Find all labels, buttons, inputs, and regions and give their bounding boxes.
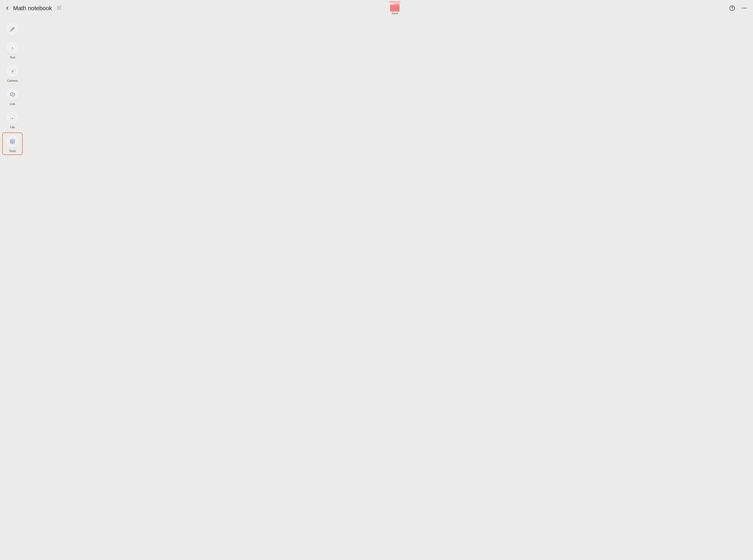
tool-link[interactable]: Link: [2, 86, 23, 107]
svg-text:T: T: [12, 46, 14, 49]
camera-tool-label: Camera: [7, 79, 18, 82]
header: Math notebook Save: [0, 0, 753, 16]
text-icon: T: [9, 44, 16, 52]
link-icon: [9, 91, 16, 98]
save-folder-icon: [390, 3, 400, 12]
svg-line-12: [12, 94, 13, 95]
svg-point-22: [13, 142, 14, 142]
header-center: Save: [389, 1, 401, 15]
tools-tool-label: Tools: [9, 149, 16, 153]
tool-file[interactable]: File: [2, 109, 23, 131]
header-left: Math notebook: [4, 5, 62, 12]
camera-icon-circle: [6, 64, 19, 78]
link-tool-label: Link: [10, 102, 15, 106]
save-button[interactable]: Save: [389, 1, 401, 15]
tools-icon: [9, 138, 16, 145]
tools-icon-circle: [6, 135, 19, 148]
save-progress-bar: [389, 1, 401, 2]
svg-point-20: [11, 142, 12, 142]
svg-point-11: [14, 70, 15, 71]
save-label: Save: [391, 12, 398, 15]
main-content: T Text Camera: [0, 16, 753, 160]
tool-camera[interactable]: Camera: [2, 63, 23, 84]
file-icon: [9, 114, 16, 121]
svg-point-4: [746, 8, 747, 8]
svg-point-3: [744, 8, 745, 8]
text-icon-circle: T: [6, 41, 19, 54]
pen-icon-circle: [6, 23, 19, 36]
text-tool-label: Text: [10, 56, 15, 59]
tool-text[interactable]: T Text: [2, 39, 23, 61]
svg-point-14: [12, 118, 12, 118]
svg-point-21: [12, 142, 13, 143]
file-icon-circle: [6, 111, 19, 124]
header-right: [728, 4, 749, 12]
more-button[interactable]: [740, 4, 749, 12]
tool-pen[interactable]: [2, 21, 23, 38]
page-title: Math notebook: [13, 5, 52, 12]
canvas-area[interactable]: [25, 19, 753, 157]
tool-tools[interactable]: Tools: [2, 133, 23, 155]
file-tool-label: File: [10, 125, 15, 129]
svg-point-10: [12, 71, 13, 72]
help-button[interactable]: [728, 4, 736, 12]
sidebar: T Text Camera: [0, 19, 25, 157]
camera-icon: [9, 67, 16, 75]
svg-point-2: [742, 8, 743, 8]
pen-icon: [9, 25, 16, 33]
edit-icon[interactable]: [57, 5, 62, 11]
back-button[interactable]: [4, 5, 10, 11]
link-icon-circle: [6, 88, 19, 101]
